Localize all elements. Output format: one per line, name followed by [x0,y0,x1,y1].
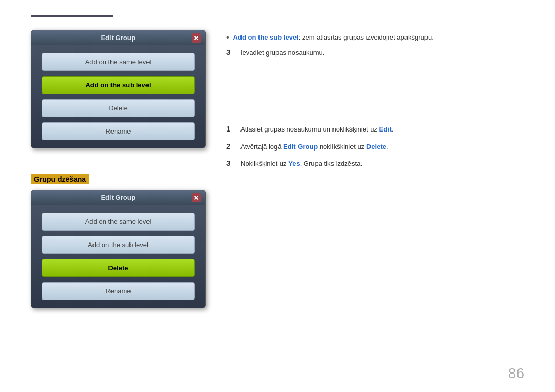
btn-add-same-level-1[interactable]: Add on the same level [42,53,195,71]
btn-delete-2[interactable]: Delete [42,259,195,277]
dialog-title-2: Edit Group [101,194,135,201]
step-item-3-1: 3 Ievadiet grupas nosaukumu. [226,48,524,58]
dialog-close-button-1[interactable] [192,33,201,43]
top-rules [31,15,524,17]
rule-left [31,15,113,17]
dialog-title-1: Edit Group [101,34,135,42]
section2-instructions: 1 Atlasiet grupas nosaukumu un noklikšķi… [226,124,524,169]
step-item-2-2: 2 Atvērtajā logā Edit Group noklikšķinie… [226,142,524,152]
content-area: Edit Group Add on the same level Add on … [31,30,524,308]
step-text-2-2: Atvērtajā logā Edit Group noklikšķiniet … [240,142,524,152]
right-column: • Add on the sub level: zem atlasītās gr… [226,30,524,308]
link-yes: Yes [288,160,300,167]
btn-delete-1[interactable]: Delete [42,99,195,117]
dialog-close-button-2[interactable] [192,193,201,202]
step-text-3-1: Ievadiet grupas nosaukumu. [240,48,524,58]
dialog-box-1: Edit Group Add on the same level Add on … [31,30,206,148]
btn-rename-1[interactable]: Rename [42,122,195,140]
step-item-3-2: 3 Noklikšķiniet uz Yes. Grupa tiks izdzē… [226,159,524,169]
btn-add-same-level-2[interactable]: Add on the same level [42,213,195,231]
bullet-text-1: Add on the sub level: zem atlasītās grup… [233,32,524,43]
section-gap [31,148,206,174]
section1-instructions: • Add on the sub level: zem atlasītās gr… [226,32,524,58]
link-delete: Delete [366,143,386,151]
section1: Edit Group Add on the same level Add on … [31,30,206,148]
page-container: Edit Group Add on the same level Add on … [0,0,555,392]
link-add-sub-level: Add on the sub level [233,33,299,41]
right-spacer [226,83,524,124]
bullet-item-1: • Add on the sub level: zem atlasītās gr… [226,32,524,43]
btn-rename-2[interactable]: Rename [42,282,195,300]
dialog-titlebar-2: Edit Group [31,190,205,205]
dialog-box-2: Edit Group Add on the same level Add on … [31,190,206,308]
link-edit-1: Edit [379,125,392,133]
step-item-1-2: 1 Atlasiet grupas nosaukumu un noklikšķi… [226,124,524,135]
link-edit-group: Edit Group [283,143,318,151]
dialog-body-1: Add on the same level Add on the sub lev… [31,45,205,148]
bullet-icon: • [226,32,229,42]
page-number: 86 [508,365,524,382]
dialog-body-2: Add on the same level Add on the sub lev… [31,205,205,308]
section2-left: Grupu dzēšana Edit Group Add on the same… [31,174,206,308]
left-column: Edit Group Add on the same level Add on … [31,30,206,308]
rule-right [118,16,524,16]
section-heading: Grupu dzēšana [31,174,206,190]
dialog-titlebar-1: Edit Group [31,30,205,45]
step-text-3-2: Noklikšķiniet uz Yes. Grupa tiks izdzēst… [240,159,524,169]
btn-add-sub-level-1[interactable]: Add on the sub level [42,76,195,94]
btn-add-sub-level-2[interactable]: Add on the sub level [42,236,195,254]
step-text-1-2: Atlasiet grupas nosaukumu un noklikšķini… [240,124,524,135]
